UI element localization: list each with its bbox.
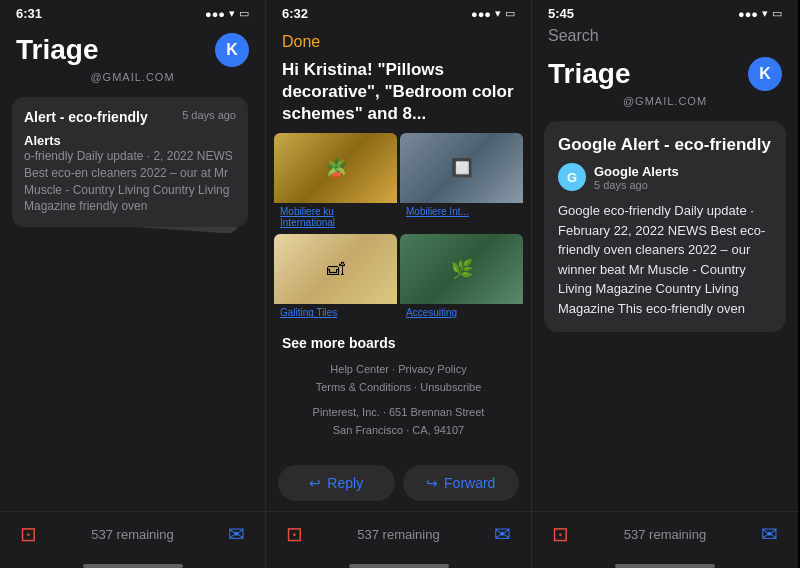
search-placeholder: Search — [548, 27, 599, 44]
reply-button[interactable]: ↩ Reply — [278, 465, 395, 501]
board-img-4: 🌿 — [400, 234, 523, 304]
archive-icon-2[interactable]: ⊡ — [286, 522, 303, 546]
home-indicator-3 — [615, 564, 715, 568]
status-time-2: 6:32 — [282, 6, 308, 21]
board-label-2[interactable]: Mobiliere Int... — [400, 203, 523, 220]
see-more-boards-btn[interactable]: See more boards — [266, 329, 531, 359]
app-title-1: Triage — [16, 34, 98, 66]
signal-icon-2: ●●● — [471, 8, 491, 20]
board-label-4[interactable]: Accesuiting — [400, 304, 523, 321]
expanded-body: Google eco-friendly Daily update · Febru… — [558, 201, 772, 318]
reply-label: Reply — [327, 475, 363, 491]
email-time-1: 5 days ago — [182, 109, 236, 121]
board-cell-2[interactable]: 🔲 Mobiliere Int... — [400, 133, 523, 231]
email-sender-1: Alerts — [24, 133, 236, 148]
done-button[interactable]: Done — [266, 25, 531, 55]
avatar-1[interactable]: K — [215, 33, 249, 67]
status-bar-1: 6:31 ●●● ▾ ▭ — [0, 0, 265, 25]
remaining-1: 537 remaining — [91, 527, 173, 542]
wifi-icon-3: ▾ — [762, 7, 768, 20]
sender-name-time: Google Alerts 5 days ago — [594, 164, 679, 191]
board-cell-4[interactable]: 🌿 Accesuiting — [400, 234, 523, 321]
wifi-icon-2: ▾ — [495, 7, 501, 20]
board-label-1[interactable]: Mobiliere ku International — [274, 203, 397, 231]
sender-avatar: G — [558, 163, 586, 191]
battery-icon-2: ▭ — [505, 7, 515, 20]
bottom-bar-3: ⊡ 537 remaining ✉ — [532, 511, 798, 560]
search-bar[interactable]: Search — [532, 25, 798, 49]
home-indicator-1 — [83, 564, 183, 568]
board-cell-1[interactable]: 🪴 Mobiliere ku International — [274, 133, 397, 231]
gmail-label-3: @GMAIL.COM — [532, 95, 798, 113]
forward-label: Forward — [444, 475, 495, 491]
status-icons-3: ●●● ▾ ▭ — [738, 7, 782, 20]
board-img-1: 🪴 — [274, 133, 397, 203]
status-time-3: 5:45 — [548, 6, 574, 21]
remaining-3: 537 remaining — [624, 527, 706, 542]
archive-icon-3[interactable]: ⊡ — [552, 522, 569, 546]
app-header-3: Triage K — [532, 49, 798, 95]
footer-links: Help Center · Privacy Policy Terms & Con… — [266, 359, 531, 398]
expanded-subject: Google Alert - eco-friendly — [558, 135, 772, 155]
status-bar-3: 5:45 ●●● ▾ ▭ — [532, 0, 798, 25]
inbox-icon-3[interactable]: ✉ — [761, 522, 778, 546]
inbox-icon-2[interactable]: ✉ — [494, 522, 511, 546]
board-cell-3[interactable]: 🛋 Galiting Tiles — [274, 234, 397, 321]
app-header-1: Triage K — [0, 25, 265, 71]
expanded-sender-row: G Google Alerts 5 days ago — [558, 163, 772, 191]
sender-time: 5 days ago — [594, 179, 679, 191]
signal-icon: ●●● — [205, 8, 225, 20]
status-icons-1: ●●● ▾ ▭ — [205, 7, 249, 20]
battery-icon-3: ▭ — [772, 7, 782, 20]
bottom-bar-1: ⊡ 537 remaining ✉ — [0, 511, 265, 560]
email-subject-1: Alert - eco-friendly — [24, 109, 148, 125]
archive-icon-1[interactable]: ⊡ — [20, 522, 37, 546]
avatar-3[interactable]: K — [748, 57, 782, 91]
app-title-3: Triage — [548, 58, 630, 90]
email-card-1[interactable]: Alert - eco-friendly 5 days ago Alerts o… — [12, 97, 248, 227]
board-grid: 🪴 Mobiliere ku International 🔲 Mobiliere… — [274, 133, 523, 321]
status-bar-2: 6:32 ●●● ▾ ▭ — [266, 0, 531, 25]
wifi-icon: ▾ — [229, 7, 235, 20]
expanded-email-card[interactable]: Google Alert - eco-friendly G Google Ale… — [544, 121, 786, 332]
battery-icon: ▭ — [239, 7, 249, 20]
board-img-2: 🔲 — [400, 133, 523, 203]
email-detail-subject: Hi Kristina! "Pillows decorative", "Bedr… — [266, 55, 531, 133]
footer-address: Pinterest, Inc. · 651 Brennan Street San… — [266, 398, 531, 443]
email-card-1-header: Alert - eco-friendly 5 days ago — [24, 109, 236, 129]
email-preview-1: o-friendly Daily update · 2, 2022 NEWS B… — [24, 148, 236, 215]
reply-icon: ↩ — [309, 475, 321, 491]
forward-icon: ↪ — [426, 475, 438, 491]
status-time-1: 6:31 — [16, 6, 42, 21]
board-label-3[interactable]: Galiting Tiles — [274, 304, 397, 321]
remaining-2: 537 remaining — [357, 527, 439, 542]
inbox-icon-1[interactable]: ✉ — [228, 522, 245, 546]
board-img-3: 🛋 — [274, 234, 397, 304]
bottom-bar-2: ⊡ 537 remaining ✉ — [266, 511, 531, 560]
phone-2: 6:32 ●●● ▾ ▭ Done Hi Kristina! "Pillows … — [266, 0, 532, 568]
forward-button[interactable]: ↪ Forward — [403, 465, 520, 501]
phone-3: 5:45 ●●● ▾ ▭ Search Triage K @GMAIL.COM … — [532, 0, 798, 568]
gmail-label-1: @GMAIL.COM — [0, 71, 265, 89]
status-icons-2: ●●● ▾ ▭ — [471, 7, 515, 20]
sender-name: Google Alerts — [594, 164, 679, 179]
home-indicator-2 — [349, 564, 449, 568]
action-buttons: ↩ Reply ↪ Forward — [266, 457, 531, 511]
phone-1: 6:31 ●●● ▾ ▭ Triage K @GMAIL.COM otage o… — [0, 0, 266, 568]
signal-icon-3: ●●● — [738, 8, 758, 20]
email-list-1: otage of orting... 5 days ago Alert - ec… — [0, 89, 265, 511]
